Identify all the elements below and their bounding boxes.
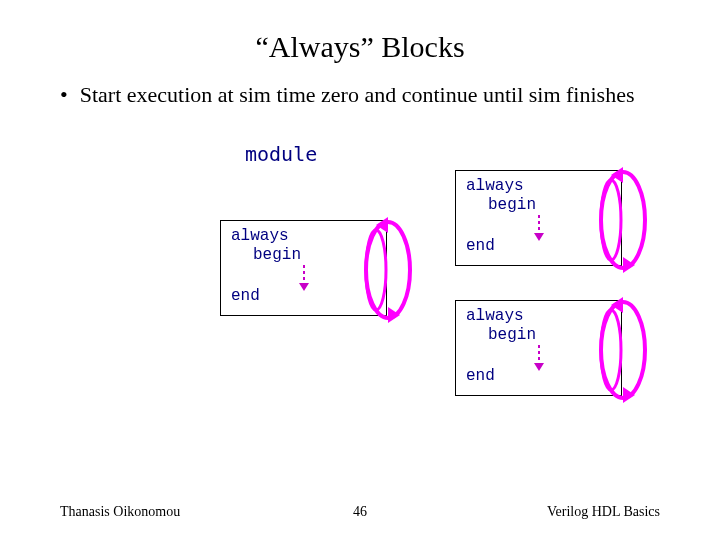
bullet-dot: • (60, 82, 68, 108)
code-always: always (466, 307, 611, 326)
svg-marker-1 (299, 283, 309, 291)
footer-page-number: 46 (353, 504, 367, 520)
footer-author: Thanasis Oikonomou (60, 504, 180, 520)
down-arrow-icon (529, 213, 549, 243)
svg-point-2 (366, 222, 410, 318)
svg-marker-7 (534, 233, 544, 241)
bullet-item: • Start execution at sim time zero and c… (60, 82, 660, 108)
down-arrow-icon (294, 263, 314, 293)
svg-marker-17 (623, 387, 635, 403)
svg-point-9 (601, 180, 621, 260)
svg-point-15 (601, 310, 621, 390)
code-always: always (231, 227, 376, 246)
module-label: module (245, 142, 317, 166)
svg-point-14 (601, 302, 645, 398)
svg-point-3 (366, 230, 386, 310)
svg-marker-13 (534, 363, 544, 371)
cycle-arrow-icon (593, 165, 653, 280)
svg-marker-11 (623, 257, 635, 273)
down-arrow-icon (529, 343, 549, 373)
cycle-arrow-icon (358, 215, 418, 330)
cycle-arrow-icon (593, 295, 653, 410)
slide-title: “Always” Blocks (0, 30, 720, 64)
bullet-text: Start execution at sim time zero and con… (80, 82, 635, 108)
code-always: always (466, 177, 611, 196)
svg-marker-5 (388, 307, 400, 323)
svg-point-8 (601, 172, 645, 268)
footer-course: Verilog HDL Basics (547, 504, 660, 520)
